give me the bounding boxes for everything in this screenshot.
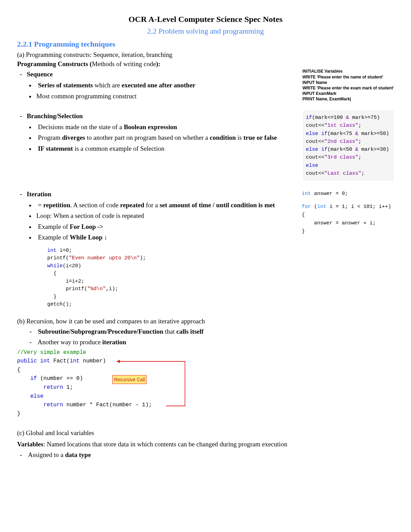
text: (mark<50 xyxy=(327,147,355,152)
spec-point-a: (a) Programming constructs: Sequence, it… xyxy=(17,50,394,60)
text: cout<< xyxy=(306,139,324,145)
iteration-bullet-3: Example of For Loop -> xyxy=(36,222,296,232)
recursion-bullet-1: Subroutine/Subprogram/Procedure/Function… xyxy=(36,327,394,336)
kw: for xyxy=(302,204,311,210)
label-text: Recursive Call xyxy=(112,375,147,384)
text: number * Fact(number - 1); xyxy=(63,402,152,408)
str: "3rd class" xyxy=(324,154,358,160)
text: Boolean expression xyxy=(124,123,177,131)
code-line: i=i+2; xyxy=(47,278,394,286)
recursive-call-label: Recursive Call xyxy=(112,375,147,385)
text: ; xyxy=(358,139,361,145)
text xyxy=(17,384,43,391)
variables-definition: Variables: Named locations that store da… xyxy=(17,440,394,449)
branching-code: if(mark<=100 & mark>=75) cout<<"1st clas… xyxy=(303,110,394,181)
text xyxy=(17,375,30,382)
code-line: } xyxy=(17,410,195,419)
text: Variables xyxy=(17,441,43,448)
text: Example of xyxy=(38,223,70,230)
text: (i<20) xyxy=(63,263,81,269)
text: iteration xyxy=(102,338,126,346)
text: . A section of code xyxy=(70,201,120,209)
iteration-bullet-2: Loop: When a section of code is repeated xyxy=(36,211,296,221)
kw: else xyxy=(306,163,318,169)
text xyxy=(37,358,40,364)
recursion-code: //Very simple example public int Fact(in… xyxy=(17,348,195,419)
op: & xyxy=(355,131,358,137)
text: is a common example of Selection xyxy=(73,145,164,152)
kw: public xyxy=(17,358,37,364)
text: mark>=50) xyxy=(358,131,389,137)
branching-bullet-1: Decisions made on the state of a Boolean… xyxy=(36,122,300,132)
text: mark>=30) xyxy=(358,147,389,152)
section-221-heading: 2.2.1 Programming techniques xyxy=(17,39,394,50)
sequence-pseudocode: INITIALISE Variables WRITE 'Please enter… xyxy=(300,69,394,102)
kw: else xyxy=(30,393,43,399)
code-line: WRITE 'Please enter the exam mark of stu… xyxy=(302,86,394,90)
str: "2nd class" xyxy=(324,139,358,145)
text: number) xyxy=(79,358,106,364)
text: cout<< xyxy=(306,171,324,176)
while-loop-code: int i=0; printf("Even number upto 20\n")… xyxy=(47,247,394,309)
str: "Last class" xyxy=(324,171,361,176)
iteration-bullet-1: = repetition. A section of code repeated… xyxy=(36,200,296,210)
text: is xyxy=(236,134,244,141)
text: Decisions made on the state of a xyxy=(38,123,124,131)
text: to another part on program based on whet… xyxy=(85,134,210,141)
code-line: WRITE 'Please enter the name of student' xyxy=(302,75,383,79)
text: cout<< xyxy=(306,123,324,128)
sequence-title: Sequence xyxy=(27,71,53,78)
op: & xyxy=(346,115,349,121)
sequence-bullet-2: Most common programming construct xyxy=(36,91,300,101)
code-line: { xyxy=(47,270,394,278)
pc-label-bold: Programming Constructs ( xyxy=(17,60,92,67)
kw: int xyxy=(70,358,80,364)
code-line: PRINT Name, ExamMark| xyxy=(302,97,351,101)
text: Series of statements xyxy=(38,82,93,89)
text: executed one after another xyxy=(122,82,195,89)
code-line: } xyxy=(47,293,394,301)
text: repetition xyxy=(43,201,70,209)
text xyxy=(17,402,43,408)
text: ↓ xyxy=(102,234,107,241)
kw: int xyxy=(302,191,311,197)
programming-constructs-intro: Programming Constructs (Methods of writi… xyxy=(17,60,394,69)
sequence-bullet-1: Series of statements which are executed … xyxy=(36,81,300,90)
code-line: INPUT ExamMark xyxy=(302,91,336,96)
text: Example of xyxy=(38,234,70,241)
str: "%d\n" xyxy=(87,286,106,292)
kw: return xyxy=(43,402,63,408)
text: (number == 0) xyxy=(37,375,83,382)
kw: return xyxy=(43,384,63,391)
kw: if xyxy=(30,375,37,382)
text: (mark<75 xyxy=(327,131,355,137)
text: ( xyxy=(311,204,317,210)
spec-point-c: (c) Global and local variables xyxy=(17,429,394,438)
kw: else if xyxy=(306,131,327,137)
text: for a xyxy=(144,201,160,209)
text: repeated xyxy=(120,201,144,209)
iteration-bullet-4: Example of While Loop ↓ xyxy=(36,233,296,242)
text: ,i); xyxy=(106,286,118,292)
text: Program xyxy=(38,134,62,141)
spec-point-b: (b) Recursion, how it can be used and co… xyxy=(17,317,394,326)
text: which are xyxy=(93,82,122,89)
text: ); xyxy=(140,255,146,261)
code-line: answer = answer + i; xyxy=(302,219,391,227)
text: (mark<=100 xyxy=(312,115,346,121)
text: diverges xyxy=(62,134,85,141)
text: data type xyxy=(65,451,91,458)
page-subtitle: 2.2 Problem solving and programming xyxy=(17,26,394,37)
text: i = 1; i < 101; i++) xyxy=(326,204,391,210)
text: : Named locations that store data in whi… xyxy=(43,441,287,448)
text: Assigned to a xyxy=(28,451,65,458)
kw: int xyxy=(47,248,57,253)
text: ; xyxy=(358,154,361,160)
text: answer = 0; xyxy=(311,191,348,197)
kw: int xyxy=(317,204,326,210)
text: condition xyxy=(210,134,236,141)
pc-label-close: ): xyxy=(156,60,160,67)
code-line: INITIALISE Variables xyxy=(302,69,342,74)
kw: if xyxy=(306,115,312,121)
text xyxy=(17,393,30,399)
